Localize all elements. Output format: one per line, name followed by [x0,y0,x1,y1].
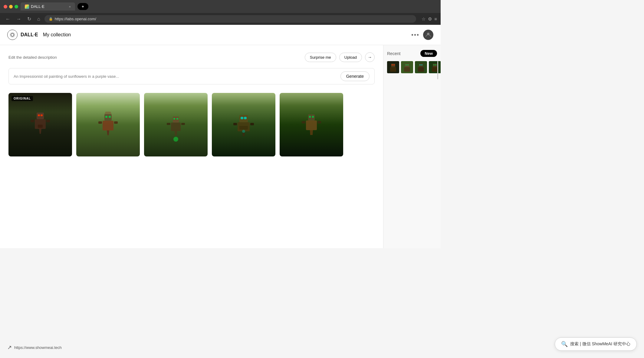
side-panel: Recent New [383,45,441,248]
svg-rect-17 [173,117,179,123]
svg-rect-44 [393,64,395,65]
svg-rect-19 [176,118,178,120]
svg-rect-48 [406,64,407,65]
maximize-window-button[interactable] [15,5,18,8]
collection-link[interactable]: My collection [43,32,71,38]
app-container: DALL·E My collection ••• Edit the detail… [0,25,441,248]
browser-urlbar: ← → ↻ ⌂ 🔒 https://labs.openai.com/ ☆ ⚙ ≡ [0,13,441,25]
svg-rect-1 [37,113,44,119]
upload-button[interactable]: Upload [339,53,362,62]
menu-button[interactable]: ≡ [434,16,437,21]
variant-image-4[interactable] [280,93,343,156]
scroll-indicator [437,61,438,79]
svg-rect-59 [435,64,436,65]
svg-rect-2 [38,114,40,116]
original-image[interactable]: ORIGINAL [8,93,72,156]
svg-rect-37 [306,120,317,130]
arrow-button[interactable]: → [365,52,375,62]
browser-chrome: DALL·E × + ← → ↻ ⌂ 🔒 https://labs.openai… [0,0,441,25]
svg-marker-21 [175,131,177,136]
app-title: DALL·E [21,32,38,38]
svg-rect-60 [432,67,438,72]
svg-marker-14 [107,130,109,135]
svg-rect-8 [38,125,43,128]
thumbnail-1[interactable] [387,61,399,73]
more-options-button[interactable]: ••• [411,31,419,38]
tab-title: DALL·E [31,4,44,9]
svg-rect-29 [239,126,248,130]
browser-tab[interactable]: DALL·E × [21,2,75,11]
svg-rect-45 [390,67,396,72]
svg-rect-11 [105,116,107,118]
svg-rect-6 [31,120,34,122]
svg-rect-39 [302,121,305,123]
svg-rect-49 [407,64,409,65]
prompt-input[interactable] [14,74,340,79]
thumbnail-3[interactable] [415,61,427,73]
svg-rect-12 [109,116,111,118]
svg-rect-58 [433,64,435,65]
svg-marker-10 [104,112,112,114]
svg-rect-42 [391,64,395,67]
content-area: Edit the detailed description Surprise m… [0,45,383,248]
url-text: https://labs.openai.com/ [55,17,96,21]
svg-rect-54 [421,64,422,65]
home-button[interactable]: ⌂ [35,15,42,23]
main-layout: Edit the detailed description Surprise m… [0,45,441,248]
variant-image-2[interactable] [144,93,208,156]
svg-rect-7 [46,120,50,122]
svg-rect-50 [404,67,410,72]
browser-titlebar: DALL·E × + [0,0,441,13]
svg-rect-13 [103,121,113,130]
controls-row: Surprise me Upload → [305,52,375,62]
svg-rect-20 [171,123,181,131]
forward-button[interactable]: → [15,15,23,23]
svg-rect-53 [419,64,421,65]
tab-new[interactable]: New [420,50,437,57]
svg-rect-23 [181,123,185,125]
svg-rect-3 [41,114,43,116]
reload-button[interactable]: ↻ [25,15,33,23]
svg-rect-31 [233,123,237,125]
traffic-lights [4,5,18,8]
original-badge: ORIGINAL [12,96,33,101]
minimize-window-button[interactable] [9,5,13,8]
svg-rect-16 [114,121,118,124]
thumbnail-2[interactable] [401,61,413,73]
tab-recent[interactable]: Recent [387,51,400,56]
svg-rect-22 [167,123,170,125]
variant-image-1[interactable] [76,93,140,156]
svg-rect-52 [419,64,423,67]
openai-logo [7,30,18,40]
svg-rect-15 [98,121,102,124]
svg-rect-35 [309,116,311,118]
settings-button[interactable]: ⚙ [428,16,432,22]
back-button[interactable]: ← [4,15,12,23]
bookmark-button[interactable]: ☆ [422,16,426,22]
svg-rect-55 [418,67,424,72]
thumbnail-4[interactable] [429,61,441,73]
new-tab-button[interactable]: + [77,3,88,10]
svg-rect-43 [392,64,393,65]
app-header: DALL·E My collection ••• [0,25,441,45]
surprise-me-button[interactable]: Surprise me [305,53,336,62]
generate-button[interactable]: Generate [340,71,370,81]
svg-marker-5 [39,129,41,134]
svg-rect-18 [173,118,175,120]
svg-rect-27 [244,117,247,119]
avatar[interactable] [423,30,433,40]
security-icon: 🔒 [49,17,53,21]
svg-rect-32 [250,123,254,125]
url-bar[interactable]: 🔒 https://labs.openai.com/ [44,15,416,23]
svg-marker-38 [310,130,313,135]
variant-image-3[interactable] [212,93,275,156]
svg-point-33 [242,130,245,133]
svg-rect-57 [433,64,437,67]
close-window-button[interactable] [4,5,7,8]
browser-actions: ☆ ⚙ ≡ [422,16,437,22]
tab-close-button[interactable]: × [69,5,71,8]
svg-rect-26 [241,117,243,119]
tab-favicon [25,5,29,9]
image-grid: ORIGINAL [8,93,375,156]
svg-rect-40 [317,121,321,123]
